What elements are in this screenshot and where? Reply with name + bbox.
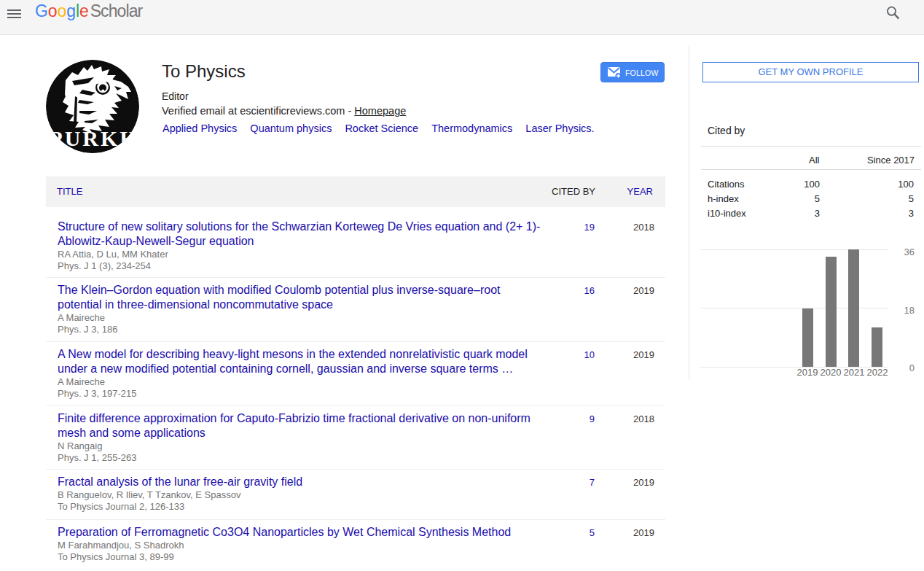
svg-text:PURKH: PURKH xyxy=(49,126,138,150)
